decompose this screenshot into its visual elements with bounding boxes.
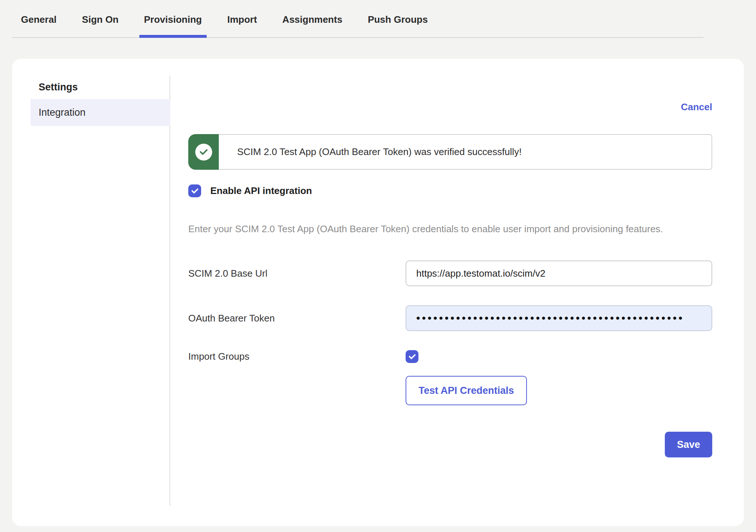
import-groups-row: Import Groups [188,350,712,363]
cancel-link[interactable]: Cancel [681,101,712,113]
tab-push-groups[interactable]: Push Groups [363,0,432,38]
tab-import[interactable]: Import [222,0,262,38]
test-api-credentials-button[interactable]: Test API Credentials [406,376,527,405]
success-check-icon [195,144,212,161]
tab-sign-on[interactable]: Sign On [77,0,124,38]
check-icon [408,353,416,361]
token-label: OAuth Bearer Token [188,313,406,324]
base-url-input[interactable] [406,260,712,286]
base-url-label: SCIM 2.0 Base Url [188,268,406,279]
enable-api-row: Enable API integration [188,184,712,197]
success-banner-message: SCIM 2.0 Test App (OAuth Bearer Token) w… [237,146,522,158]
app-tab-bar: General Sign On Provisioning Import Assi… [12,0,703,38]
sidebar-item-label: Integration [39,107,86,118]
import-groups-checkbox[interactable] [406,350,418,363]
success-banner-accent [188,134,219,170]
base-url-row: SCIM 2.0 Base Url [188,260,712,286]
sidebar-heading: Settings [39,76,170,99]
token-row: OAuth Bearer Token [188,305,712,331]
credentials-description: Enter your SCIM 2.0 Test App (OAuth Bear… [188,220,699,238]
sidebar-item-integration[interactable]: Integration [31,99,170,126]
settings-sidebar: Settings Integration [12,76,170,506]
check-icon [191,187,199,195]
success-banner-message-box: SCIM 2.0 Test App (OAuth Bearer Token) w… [219,134,712,170]
save-button[interactable]: Save [665,432,712,457]
provisioning-card: Settings Integration Cancel SCIM 2.0 Tes… [12,59,744,526]
enable-api-label: Enable API integration [210,185,312,197]
tab-general[interactable]: General [16,0,61,38]
tab-assignments[interactable]: Assignments [278,0,347,38]
token-input[interactable] [406,305,712,331]
success-banner: SCIM 2.0 Test App (OAuth Bearer Token) w… [188,134,712,170]
import-groups-label: Import Groups [188,351,406,362]
enable-api-checkbox[interactable] [188,184,201,197]
tab-provisioning[interactable]: Provisioning [139,0,207,38]
integration-panel: Cancel SCIM 2.0 Test App (OAuth Bearer T… [170,59,744,526]
